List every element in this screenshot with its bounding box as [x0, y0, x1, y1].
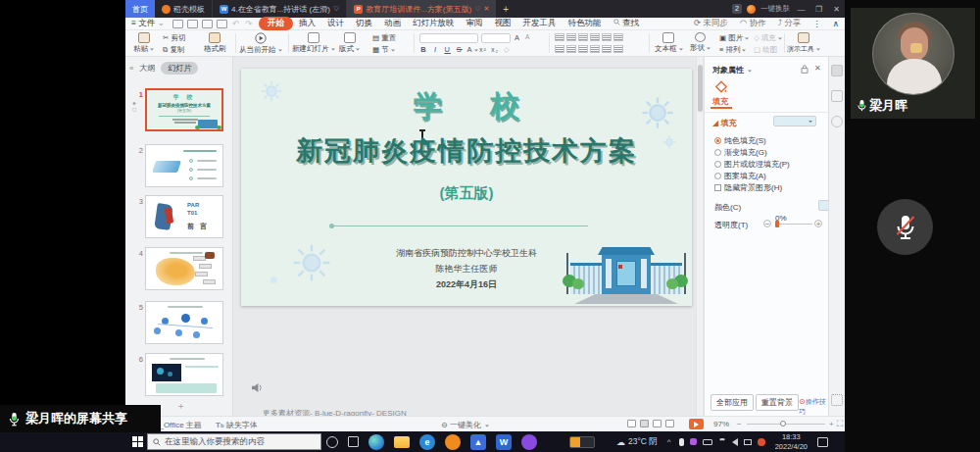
font-family-select[interactable]	[419, 33, 478, 43]
battery-widget[interactable]	[569, 436, 595, 448]
sync-status[interactable]: ⟳ 未同步	[688, 18, 734, 29]
scrollbar-thumb[interactable]	[698, 65, 703, 112]
bullet-list-icon[interactable]	[555, 33, 564, 41]
current-slide[interactable]: 学 校 新冠肺炎疫情防控技术方案 (第五版) 湖南省疾病预防控制中心学校卫生科 …	[241, 69, 692, 306]
ribbon-tab-view[interactable]: 视图	[489, 18, 517, 29]
ribbon-tab-animation[interactable]: 动画	[378, 18, 407, 29]
reset-button[interactable]: ▤ 重置	[372, 33, 396, 43]
present-tools-button[interactable]: 演示工具	[787, 32, 820, 54]
tray-speaker-icon[interactable]	[732, 438, 738, 446]
slide-thumbnail-6[interactable]	[145, 353, 223, 396]
hide-bg-checkbox[interactable]: 隐藏背景图形(H)	[714, 182, 782, 193]
bold-button[interactable]: B	[419, 45, 428, 54]
lock-icon[interactable]	[801, 65, 808, 74]
ribbon-tab-insert[interactable]: 插入	[293, 18, 321, 29]
shrink-font-button[interactable]: A	[525, 33, 529, 40]
selection-tab-icon[interactable]	[831, 116, 843, 127]
wps-taskbar-icon[interactable]: W	[496, 434, 512, 450]
align-center-icon[interactable]	[566, 45, 576, 53]
sorter-view-icon[interactable]	[653, 420, 662, 427]
font-size-select[interactable]	[481, 33, 511, 43]
slide-subtitle[interactable]: (第五版)	[241, 184, 692, 203]
tab-ppt-doc[interactable]: P 教育厅培训课件...方案(第五版) ♡ ✕	[347, 0, 496, 18]
collapse-ribbon-icon[interactable]: ∧	[827, 19, 845, 28]
shape-button[interactable]: 形状	[690, 32, 710, 53]
tray-wifi-icon[interactable]	[718, 438, 726, 446]
reset-bg-button[interactable]: 重置背景	[756, 394, 799, 411]
picture-button[interactable]: ▣ 图片	[719, 33, 749, 43]
fill-tab[interactable]: 填充	[712, 96, 728, 107]
speaker-icon[interactable]	[251, 382, 264, 393]
text-effect-button[interactable]: ◇	[503, 45, 512, 54]
transparency-plus-button[interactable]: +	[814, 220, 822, 227]
slide-heading[interactable]: 新冠肺炎疫情防控技术方案	[241, 133, 692, 169]
zoom-level[interactable]: 97%	[713, 420, 729, 428]
slide-title[interactable]: 学 校	[241, 86, 692, 126]
font-color-button[interactable]: A	[466, 45, 475, 54]
zoom-slider-thumb[interactable]	[780, 421, 786, 427]
close-button[interactable]: ✕	[830, 5, 843, 14]
canvas-scrollbar[interactable]	[696, 57, 703, 416]
browser-icon[interactable]	[747, 5, 756, 14]
new-tab-button[interactable]: +	[496, 0, 515, 18]
transparency-minus-button[interactable]: −	[763, 220, 771, 227]
indent-increase-icon[interactable]	[590, 33, 600, 41]
tips-link[interactable]: ⊙操作技巧	[799, 397, 828, 417]
number-list-icon[interactable]	[566, 33, 576, 41]
align-objects-icon[interactable]	[613, 45, 623, 53]
fill-bucket-icon[interactable]	[714, 80, 728, 93]
weather-cloud-icon[interactable]: ☁	[616, 437, 625, 447]
more-menu-icon[interactable]: ⋮	[807, 19, 827, 28]
ribbon-tab-home[interactable]: 开始	[259, 17, 293, 30]
properties-tab-icon[interactable]	[831, 65, 843, 76]
slide-thumbnail-2[interactable]	[145, 144, 223, 187]
slides-tab[interactable]: 幻灯片	[161, 62, 198, 75]
cut-button[interactable]: ✂ 剪切	[163, 33, 185, 43]
notification-badge[interactable]: 2	[732, 4, 742, 14]
collapse-panel-icon[interactable]: «	[129, 64, 133, 73]
line-spacing-icon[interactable]	[602, 33, 612, 41]
columns-icon[interactable]	[602, 45, 612, 53]
edge-icon[interactable]	[368, 434, 384, 450]
slideshow-play-button[interactable]	[689, 419, 704, 429]
find-menu[interactable]: 查找	[608, 18, 645, 29]
app-icon-blue-round[interactable]: e	[419, 434, 435, 450]
solid-fill-radio[interactable]: 纯色填充(S)	[714, 135, 766, 146]
layout-button[interactable]: 版式	[339, 32, 360, 54]
normal-view-icon[interactable]	[640, 420, 649, 427]
strike-button[interactable]: S	[455, 45, 464, 54]
pattern-fill-radio[interactable]: 图案填充(A)	[714, 171, 766, 181]
tab-close-icon[interactable]: ✕	[483, 5, 489, 13]
theme-name[interactable]: 1_Office 主题	[155, 420, 202, 430]
app-icon-orange[interactable]	[445, 434, 461, 450]
ribbon-tab-transition[interactable]: 切换	[350, 18, 378, 29]
outline-tab[interactable]: 大纲	[139, 63, 155, 74]
align-right-icon[interactable]	[578, 45, 588, 53]
slide-thumbnail-5[interactable]	[145, 301, 223, 344]
fill-button[interactable]: ◇ 填充	[754, 33, 782, 43]
favorite-icon[interactable]: ♡	[333, 5, 339, 13]
tray-expand-icon[interactable]: ^	[667, 437, 671, 446]
zoom-in-button[interactable]: +	[829, 420, 834, 428]
slide-thumbnail-1[interactable]: 学 校 新冠肺炎疫情防控技术方案 (第五版)	[145, 88, 223, 131]
transparency-slider[interactable]	[775, 224, 812, 225]
missing-font-warning[interactable]: Tb 缺失字体	[216, 420, 258, 430]
redo-icon[interactable]: ↷	[242, 19, 255, 28]
apply-all-button[interactable]: 全部应用	[710, 394, 754, 411]
close-panel-icon[interactable]: ✕	[814, 64, 821, 73]
ribbon-tab-dev[interactable]: 开发工具	[517, 18, 563, 29]
transparency-slider-thumb[interactable]	[775, 221, 779, 227]
italic-button[interactable]: I	[431, 45, 440, 54]
play-from-current-button[interactable]: 从当前开始	[239, 32, 282, 55]
textbox-button[interactable]: 文本框	[655, 32, 683, 54]
tray-battery-icon[interactable]	[703, 439, 712, 445]
taskbar-search[interactable]: 在这里输入你要搜索的内容	[147, 433, 321, 450]
text-direction-icon[interactable]	[613, 33, 623, 41]
weather-text[interactable]: 23°C 阴	[628, 436, 658, 448]
skin-label[interactable]: 一键换肤	[760, 4, 790, 14]
fill-style-dropdown[interactable]	[773, 116, 816, 126]
gradient-fill-radio[interactable]: 渐变填充(G)	[714, 147, 767, 158]
print-preview-icon[interactable]	[202, 20, 213, 28]
zoom-slider[interactable]	[747, 424, 825, 425]
print-icon[interactable]	[187, 20, 198, 28]
